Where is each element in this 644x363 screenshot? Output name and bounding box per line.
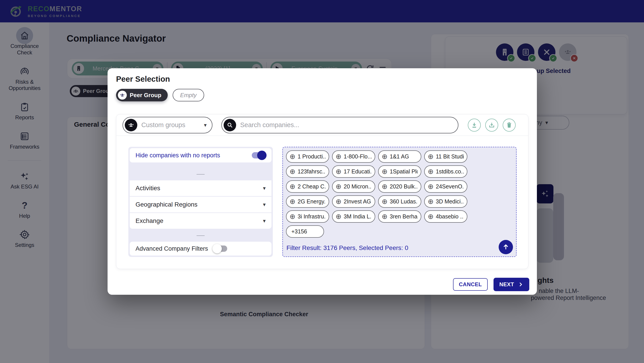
tab-empty[interactable]: Empty <box>173 89 204 101</box>
people-icon <box>118 91 127 100</box>
company-chip[interactable]: ⊕ 1&1 AG <box>378 150 421 163</box>
chevron-right-icon <box>518 281 524 287</box>
more-companies-chip[interactable]: +3156 <box>286 225 324 238</box>
modal-footer: CANCEL NEXT <box>453 278 529 291</box>
chevron-down-icon: ▾ <box>263 185 266 191</box>
hide-no-reports-label: Hide companies with no reports <box>136 152 220 159</box>
custom-groups-select[interactable]: Custom groups ▾ <box>122 117 212 133</box>
company-chip-label: 1stdibs.co... <box>436 168 464 175</box>
company-chip-label: 1Spatial Plc <box>390 168 418 175</box>
company-chip[interactable]: ⊕ 20 Micron... <box>332 180 375 193</box>
company-chip[interactable]: ⊕ 1 Producti... <box>286 150 329 163</box>
company-chip[interactable]: ⊕ 24SevenO... <box>424 180 467 193</box>
company-chip[interactable]: ⊕ 3M India L... <box>332 210 375 223</box>
company-chip[interactable]: ⊕ 17 Educati... <box>332 165 375 178</box>
people-icon <box>125 119 137 131</box>
search-toolbar: Custom groups ▾ <box>116 114 528 136</box>
advanced-filters-row: Advanced Company Filters <box>130 242 272 256</box>
add-circle-icon: ⊕ <box>382 153 388 160</box>
company-chip[interactable]: ⊕ 2Invest AG <box>332 195 375 208</box>
chevron-down-icon: ▾ <box>263 218 266 224</box>
chevron-down-icon: ▾ <box>204 122 206 128</box>
company-chip[interactable]: ⊕ 3D Medici... <box>424 195 467 208</box>
cancel-button[interactable]: CANCEL <box>453 278 488 291</box>
add-circle-icon: ⊕ <box>336 213 342 220</box>
company-chip-label: 2 Cheap C... <box>298 183 326 190</box>
hide-no-reports-row: Hide companies with no reports <box>130 148 272 162</box>
mode-tabs: Peer Group Empty <box>116 89 204 101</box>
add-circle-icon: ⊕ <box>336 153 342 160</box>
company-chip[interactable]: ⊕ 1Spatial Plc <box>378 165 421 178</box>
add-circle-icon: ⊕ <box>290 183 296 190</box>
company-chip-label: 123fahrsc... <box>298 168 326 175</box>
next-button[interactable]: NEXT <box>494 278 529 291</box>
add-circle-icon: ⊕ <box>428 153 434 160</box>
hide-no-reports-toggle[interactable] <box>252 152 266 158</box>
trash-button[interactable] <box>503 119 516 132</box>
advanced-filters-label: Advanced Company Filters <box>136 245 208 252</box>
add-circle-icon: ⊕ <box>336 168 342 175</box>
add-circle-icon: ⊕ <box>428 183 434 190</box>
filter-column: Hide companies with no reports Activitie… <box>128 147 273 257</box>
company-chip-label: 17 Educati... <box>344 168 372 175</box>
chevron-down-icon: ▾ <box>263 201 266 208</box>
filter-dropdowns: Activities ▾ Geographical Regions ▾ Exch… <box>130 180 272 229</box>
company-chip[interactable]: ⊕ 123fahrsc... <box>286 165 329 178</box>
list-actions <box>468 119 516 132</box>
filter-dropdown-label: Geographical Regions <box>136 201 198 208</box>
add-circle-icon: ⊕ <box>382 198 388 205</box>
company-chip[interactable]: ⊕ 2020 Bulk... <box>378 180 421 193</box>
advanced-filters-toggle[interactable] <box>213 245 227 252</box>
company-chip[interactable]: ⊕ 3ren Berhad <box>378 210 421 223</box>
peer-selection-modal: Peer Selection Peer Group Empty Custom g… <box>108 68 537 295</box>
company-chip-label: 3ren Berhad <box>390 213 418 220</box>
scroll-to-top-button[interactable] <box>499 240 513 254</box>
company-chips: ⊕ 1 Producti... ⊕ 1-800-Flo... ⊕ 1&1 AG <box>286 150 513 223</box>
filter-dropdown-label: Exchange <box>136 217 164 224</box>
company-chip[interactable]: ⊕ 11 Bit Studi... <box>424 150 467 163</box>
company-chip[interactable]: ⊕ 2G Energy... <box>286 195 329 208</box>
import-button[interactable] <box>485 119 498 132</box>
app-window: RECOMENTOR BEYOND COMPLIANCE Compliance … <box>0 0 644 363</box>
add-circle-icon: ⊕ <box>290 168 296 175</box>
add-circle-icon: ⊕ <box>290 153 296 160</box>
company-chip-label: 2G Energy... <box>298 198 326 205</box>
company-chip[interactable]: ⊕ 4basebio ... <box>424 210 467 223</box>
company-chip-label: 3i Infrastru... <box>298 213 326 220</box>
company-chip[interactable]: ⊕ 3i Infrastru... <box>286 210 329 223</box>
filter-result-summary: Filter Result: 3176 Peers, Selected Peer… <box>286 244 408 252</box>
search-input[interactable] <box>240 121 452 129</box>
company-chips-container: ⊕ 1 Producti... ⊕ 1-800-Flo... ⊕ 1&1 AG <box>282 147 516 257</box>
add-circle-icon: ⊕ <box>290 213 296 220</box>
company-chip-label: 1-800-Flo... <box>344 153 372 160</box>
company-chip[interactable]: ⊕ 360 Ludas... <box>378 195 421 208</box>
company-chip[interactable]: ⊕ 1-800-Flo... <box>332 150 375 163</box>
company-chip-label: 2020 Bulk... <box>390 183 418 190</box>
company-chip-label: 3M India L... <box>344 213 372 220</box>
modal-title: Peer Selection <box>116 75 170 84</box>
add-circle-icon: ⊕ <box>382 168 388 175</box>
company-chip-label: 4basebio ... <box>436 213 464 220</box>
company-chip-label: 1 Producti... <box>298 153 326 160</box>
download-button[interactable] <box>468 119 481 132</box>
add-circle-icon: ⊕ <box>428 168 434 175</box>
peer-selection-panel: Custom groups ▾ <box>116 114 528 269</box>
filter-dropdown[interactable]: Exchange ▾ <box>130 213 272 229</box>
filter-dropdown[interactable]: Activities ▾ <box>130 180 272 196</box>
company-chip[interactable]: ⊕ 2 Cheap C... <box>286 180 329 193</box>
company-chip-label: 24SevenO... <box>436 183 464 190</box>
divider-dash <box>196 235 204 236</box>
company-search <box>222 117 458 133</box>
add-circle-icon: ⊕ <box>336 198 342 205</box>
company-chip-label: 2Invest AG <box>344 198 371 205</box>
tab-peer-group[interactable]: Peer Group <box>116 89 168 101</box>
company-chip-label: 11 Bit Studi... <box>436 153 464 160</box>
company-chip-label: 3D Medici... <box>436 198 464 205</box>
company-chip[interactable]: ⊕ 1stdibs.co... <box>424 165 467 178</box>
company-chip-label: 1&1 AG <box>390 153 409 160</box>
filter-dropdown[interactable]: Geographical Regions ▾ <box>130 197 272 212</box>
add-circle-icon: ⊕ <box>382 183 388 190</box>
filter-dropdown-label: Activities <box>136 185 160 192</box>
add-circle-icon: ⊕ <box>428 198 434 205</box>
add-circle-icon: ⊕ <box>428 213 434 220</box>
